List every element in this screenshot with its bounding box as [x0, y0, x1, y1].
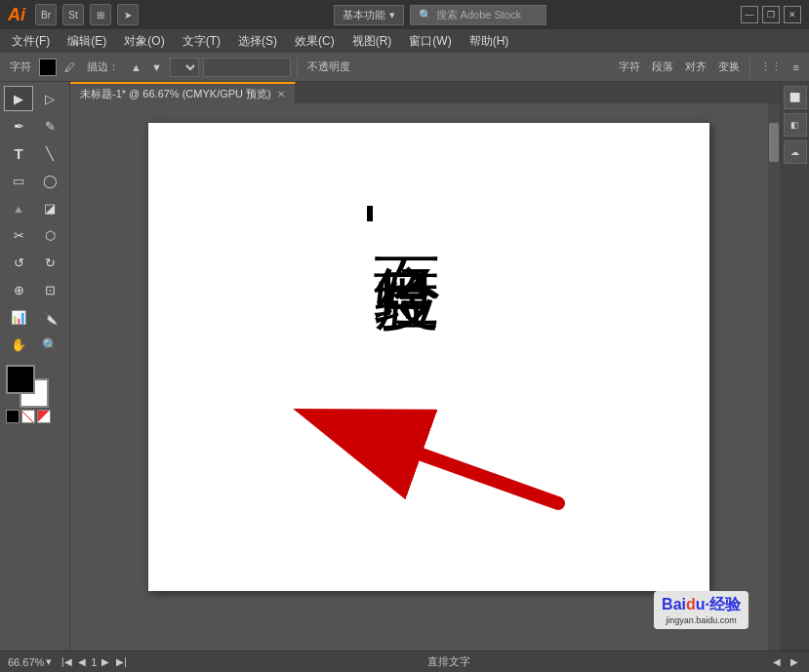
opacity-label: 不透明度 [303, 59, 354, 74]
last-page-btn[interactable]: ▶| [114, 655, 128, 669]
arrow-btn[interactable]: ➤ [117, 4, 139, 25]
menu-object[interactable]: 对象(O) [116, 31, 172, 52]
char-label[interactable]: 字符 [615, 59, 644, 74]
tab-close-btn[interactable]: ✕ [277, 89, 285, 99]
right-panel-btn-3[interactable]: ☁ [784, 140, 807, 164]
free-transform[interactable]: ⊡ [35, 277, 64, 302]
pencil-tool[interactable]: ✎ [35, 113, 64, 138]
tool-row-4: ▭ ◯ [4, 168, 65, 193]
right-panel-btn-2[interactable]: ◧ [784, 113, 807, 137]
tab-title: 未标题-1* @ 66.67% (CMYK/GPU 预览) [80, 87, 271, 101]
zoom-chevron: ▾ [46, 655, 52, 668]
scissors-tool[interactable]: ✂ [4, 222, 33, 248]
close-button[interactable]: ✕ [784, 6, 801, 23]
color-small-icons [6, 410, 63, 423]
font-color-box[interactable] [39, 59, 57, 76]
rect-tool[interactable]: ▭ [4, 168, 33, 193]
panel-options-btn[interactable]: ⋮⋮ [756, 59, 786, 75]
slice-tool[interactable]: 🔪 [35, 304, 64, 330]
canvas-text-content: 百度经验 [363, 206, 452, 221]
stroke-style-select[interactable] [170, 58, 199, 77]
zoom-tool[interactable]: 🔍 [35, 332, 64, 357]
tool-row-9: 📊 🔪 [4, 304, 65, 330]
warp-tool[interactable]: ⊕ [4, 277, 33, 302]
mirror-tool[interactable]: ↻ [35, 250, 64, 275]
foreground-color[interactable] [6, 365, 35, 394]
paintbucket-tool[interactable]: ⟁ [4, 195, 33, 220]
menu-bar: 文件(F) 编辑(E) 对象(O) 文字(T) 选择(S) 效果(C) 视图(R… [0, 29, 809, 53]
search-icon: 🔍 [419, 9, 432, 21]
workspace-layout-btn[interactable]: ⊞ [90, 4, 111, 25]
main-layout: ▶ ▷ ✒ ✎ T ╲ ▭ ◯ ⟁ ◪ ✂ ⬡ ↺ ↻ ⊕ ⊡ [0, 82, 809, 651]
graph-tool[interactable]: 📊 [4, 304, 33, 330]
minimize-button[interactable]: — [741, 6, 758, 23]
bridge-btn[interactable]: Br [35, 4, 57, 25]
rotate-tool[interactable]: ↺ [4, 250, 33, 275]
direct-select-tool[interactable]: ▷ [35, 86, 64, 111]
canvas-scroll-area[interactable]: 百度经验 Baidu·经验 [70, 103, 780, 651]
restore-button[interactable]: ❐ [762, 6, 780, 23]
gradient-tool[interactable]: ◪ [35, 195, 64, 220]
status-arrow-left[interactable]: ◀ [770, 655, 784, 669]
menu-select[interactable]: 选择(S) [230, 31, 285, 52]
tool-row-2: ✒ ✎ [4, 113, 65, 138]
page-number: 1 [91, 656, 97, 668]
stroke-down[interactable]: ▼ [147, 59, 166, 75]
color-section [4, 363, 65, 425]
menu-edit[interactable]: 编辑(E) [60, 31, 114, 52]
stroke-up[interactable]: ▲ [127, 59, 145, 75]
next-page-btn[interactable]: ▶ [99, 655, 112, 669]
swap-colors[interactable] [37, 410, 51, 423]
document-tab[interactable]: 未标题-1* @ 66.67% (CMYK/GPU 预览) ✕ [70, 82, 296, 103]
separator-1 [297, 58, 298, 77]
align-label[interactable]: 对齐 [681, 59, 710, 74]
hand-tool[interactable]: ✋ [4, 332, 33, 357]
tool-row-1: ▶ ▷ [4, 86, 65, 111]
tool-row-7: ↺ ↻ [4, 250, 65, 275]
menu-view[interactable]: 视图(R) [344, 31, 400, 52]
status-right: ◀ ▶ [770, 655, 801, 669]
search-placeholder: 搜索 Adobe Stock [436, 8, 521, 22]
menu-effect[interactable]: 效果(C) [287, 31, 343, 52]
svg-line-1 [422, 455, 558, 503]
window-controls: — ❐ ✕ [741, 6, 801, 23]
canvas-area: 未标题-1* @ 66.67% (CMYK/GPU 预览) ✕ 百度经验 [70, 82, 780, 651]
default-colors[interactable] [6, 410, 20, 423]
line-tool[interactable]: ╲ [35, 140, 64, 166]
vertical-scrollbar[interactable] [768, 103, 780, 651]
toolbox: ▶ ▷ ✒ ✎ T ╲ ▭ ◯ ⟁ ◪ ✂ ⬡ ↺ ↻ ⊕ ⊡ [0, 82, 70, 651]
blend-tool[interactable]: ⬡ [35, 222, 64, 248]
menu-file[interactable]: 文件(F) [4, 31, 58, 52]
mode-label: 直排文字 [427, 654, 470, 669]
pen-tool[interactable]: ✒ [4, 113, 33, 138]
scrollbar-thumb[interactable] [769, 123, 779, 162]
workspace-label: 基本功能 [343, 8, 385, 22]
first-page-btn[interactable]: |◀ [60, 655, 73, 669]
workspace-selector[interactable]: 基本功能 ▾ [334, 5, 404, 25]
options-toolbar: 字符 🖊 描边： ▲ ▼ 不透明度 字符 段落 对齐 变换 ⋮⋮ ≡ [0, 53, 809, 82]
tab-bar: 未标题-1* @ 66.67% (CMYK/GPU 预览) ✕ [70, 82, 780, 103]
none-color[interactable] [21, 410, 35, 423]
panel-menu-btn[interactable]: ≡ [789, 59, 803, 75]
select-tool[interactable]: ▶ [4, 86, 33, 111]
tool-row-5: ⟁ ◪ [4, 195, 65, 220]
prev-page-btn[interactable]: ◀ [75, 655, 89, 669]
menu-text[interactable]: 文字(T) [175, 31, 228, 52]
font-field[interactable] [203, 58, 291, 77]
right-panel-btn-1[interactable]: ⬜ [784, 86, 807, 109]
right-panel: ⬜ ◧ ☁ [780, 82, 809, 651]
para-label[interactable]: 段落 [648, 59, 677, 74]
menu-window[interactable]: 窗口(W) [401, 31, 459, 52]
ellipse-tool[interactable]: ◯ [35, 168, 64, 193]
stock-search[interactable]: 🔍 搜索 Adobe Stock [410, 5, 546, 25]
eyedropper-icon[interactable]: 🖊 [61, 59, 79, 75]
menu-help[interactable]: 帮助(H) [462, 31, 517, 52]
type-tool[interactable]: T [4, 140, 33, 166]
tool-row-10: ✋ 🔍 [4, 332, 65, 357]
toolbar-right: 字符 段落 对齐 变换 ⋮⋮ ≡ [615, 58, 803, 77]
status-arrow-right[interactable]: ▶ [788, 655, 801, 669]
stock-btn[interactable]: St [62, 4, 84, 25]
app-logo: Ai [8, 5, 25, 25]
transform-label[interactable]: 变换 [714, 59, 744, 74]
baidu-watermark: Baidu·经验 jingyan.baidu.com [654, 591, 748, 629]
